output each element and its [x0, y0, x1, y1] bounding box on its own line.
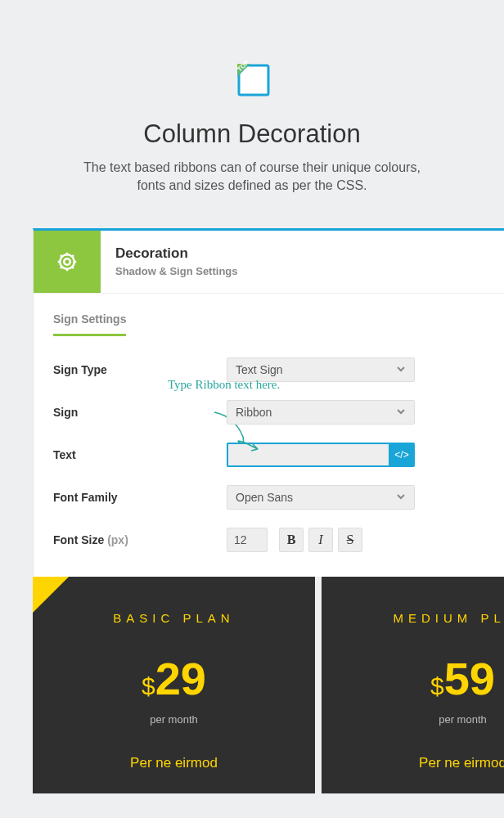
select-sign[interactable]: Ribbon [227, 400, 415, 425]
label-sign: Sign [53, 406, 227, 419]
chevron-down-icon [396, 406, 406, 419]
settings-panel: Decoration Shadow & Sign Settings Sign S… [33, 228, 504, 577]
plan-period: per month [33, 713, 315, 726]
italic-button[interactable]: I [308, 528, 333, 552]
price-card-medium: MEDIUM PLAN $59 per month Per ne eirmod [322, 577, 504, 793]
svg-point-1 [60, 254, 74, 269]
plan-price: $29 [33, 656, 315, 702]
plan-period: per month [322, 713, 504, 726]
hero-icon: TOP [0, 0, 504, 101]
chevron-down-icon [396, 491, 406, 504]
chevron-down-icon [396, 363, 406, 376]
page-title: Column Decoration [0, 119, 504, 149]
panel-header: Decoration Shadow & Sign Settings [34, 231, 504, 294]
strikethrough-button[interactable]: S [338, 528, 362, 552]
font-size-input[interactable] [227, 528, 268, 552]
select-sign-type[interactable]: Text Sign [227, 357, 415, 382]
label-font-size: Font Size (px) [53, 533, 227, 546]
panel-subtitle: Shadow & Sign Settings [115, 265, 238, 277]
bold-button[interactable]: B [279, 528, 304, 552]
page-subtitle: The text based ribbons can of course the… [0, 159, 504, 196]
svg-point-2 [64, 258, 70, 265]
label-text: Text [53, 448, 227, 461]
plan-name: BASIC PLAN [33, 611, 315, 625]
tab-sign-settings[interactable]: Sign Settings [53, 312, 126, 336]
plan-feature: Per ne eirmod [322, 755, 504, 771]
plan-name: MEDIUM PLAN [322, 611, 504, 625]
label-sign-type: Sign Type [53, 363, 227, 376]
pricing-cards: BASIC PLAN $29 per month Per ne eirmod M… [33, 577, 504, 793]
plan-feature: Per ne eirmod [33, 755, 315, 771]
gear-icon [34, 231, 101, 293]
code-icon: </> [394, 449, 408, 461]
price-card-basic: BASIC PLAN $29 per month Per ne eirmod [33, 577, 315, 793]
label-font-family: Font Family [53, 491, 227, 504]
text-input[interactable] [227, 443, 389, 467]
panel-title: Decoration [115, 245, 238, 262]
code-button[interactable]: </> [389, 443, 415, 467]
plan-price: $59 [322, 656, 504, 702]
select-font-family[interactable]: Open Sans [227, 485, 415, 510]
